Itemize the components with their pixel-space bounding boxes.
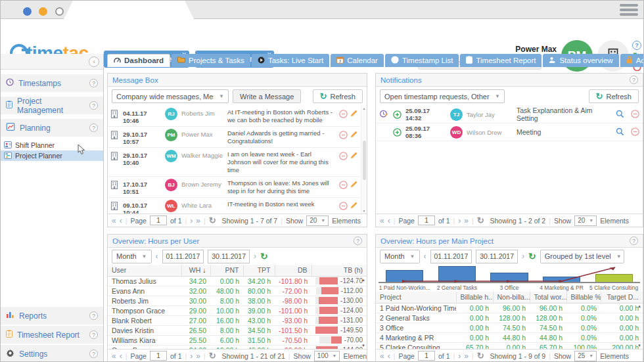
pagination-next-button[interactable]: › (458, 216, 461, 225)
help-icon[interactable]: ? (89, 350, 98, 358)
col-wh[interactable]: WH ↓ (181, 265, 210, 276)
write-message-button[interactable]: Write a Message (233, 89, 301, 103)
table-row[interactable]: Green Bruce 24.00 16.00 h 40.00 h -96.00… (108, 345, 367, 349)
pagination-prev-button[interactable]: ‹ (388, 216, 390, 225)
scroll-up-icon[interactable]: ▲ (361, 278, 365, 282)
add-icon[interactable] (392, 110, 402, 119)
col-non-billable[interactable]: Non-billa... (493, 292, 530, 303)
date-to-input[interactable]: 30.11.2017 (208, 250, 250, 263)
sidebar-item-timesheet-report[interactable]: Timesheet Report ? (1, 326, 103, 344)
page-input[interactable] (150, 215, 167, 225)
pagination-refresh-icon[interactable]: ↻ (209, 351, 216, 361)
scroll-down-icon[interactable]: ▼ (361, 344, 365, 348)
sidebar-item-reports[interactable]: Reports ? (1, 307, 103, 325)
page-size-select[interactable]: 20 ▼ (574, 215, 597, 226)
table-row[interactable]: 5 Clarke Consulting 65.70 h 0.00 h 65.70… (376, 342, 643, 349)
message-row[interactable]: 09.10.17 10:44 WL White Lara IT-meeting … (108, 198, 360, 214)
help-icon[interactable]: ? (630, 76, 638, 84)
tab-dashboard[interactable]: Dashboard (107, 54, 170, 67)
table-row[interactable]: Thompson Grace 29.00 10.00 h 39.00 h -10… (108, 305, 367, 315)
message-row[interactable]: 29.10.17 10:57 PM Power Max Daniel Adwar… (108, 127, 360, 148)
scrollbar[interactable]: ▲▼ (361, 106, 367, 214)
pagination-next-button[interactable]: › (190, 216, 193, 225)
pagination-first-button[interactable]: « (380, 351, 384, 361)
col-tpt[interactable]: TPT (243, 265, 275, 276)
window-control-dot-blue[interactable] (23, 7, 32, 16)
sidebar-collapse-button[interactable]: ‹ (89, 57, 99, 67)
table-row[interactable]: Roberts Jim 30.00 8.00 h 38.00 h -98.00 … (108, 296, 367, 305)
delete-message-icon[interactable] (339, 181, 348, 191)
help-icon[interactable]: ? (354, 237, 362, 245)
pagination-last-button[interactable]: » (196, 216, 200, 225)
hamburger-menu-icon[interactable] (620, 4, 638, 18)
delete-message-icon[interactable] (339, 131, 348, 141)
sidebar-item-shift-planner[interactable]: Shift Planner (1, 140, 103, 150)
pagination-next-button[interactable]: › (458, 351, 461, 361)
edit-message-icon[interactable] (350, 110, 357, 120)
table-row[interactable]: Thomas Julius 34.20 0.00 h 34.20 h -101.… (108, 276, 367, 286)
delete-message-icon[interactable] (339, 152, 348, 162)
notification-row[interactable]: 25.09.17 14:32 TJ Taylor Jay Task Explan… (376, 106, 643, 124)
view-icon[interactable] (616, 110, 624, 120)
pagination-prev-button[interactable]: ‹ (388, 351, 390, 361)
date-from-input[interactable]: 01.11.2017 (162, 250, 204, 263)
edit-message-icon[interactable] (350, 131, 357, 141)
sidebar-item-timestamps[interactable]: Timestamps ? (1, 74, 103, 92)
message-row[interactable]: 29.10.17 10:40 WM Walker Maggie I am on … (108, 148, 360, 177)
table-row[interactable]: Blank Robert 27.00 16.00 h 43.00 h -93.0… (108, 315, 367, 325)
help-icon[interactable]: ? (89, 311, 98, 320)
sidebar-item-settings[interactable]: Settings ? (1, 345, 103, 362)
page-size-select[interactable]: 20 ▼ (306, 215, 329, 226)
col-billable-pct[interactable]: Billable % (566, 292, 601, 303)
col-tb[interactable]: TB (h) (311, 265, 367, 276)
window-control-dot-white[interactable] (55, 7, 64, 16)
delete-message-icon[interactable] (339, 202, 348, 212)
tab-tasks-live-start[interactable]: Tasks: Live Start (252, 54, 329, 67)
refresh-button[interactable]: ↻ Refresh (589, 89, 639, 103)
table-row[interactable]: Evans Ann 32.00 48.00 h 80.00 h -72.00 h… (108, 286, 367, 296)
tab-calendar[interactable]: 3 Calendar (331, 54, 384, 67)
page-size-select[interactable]: 25 ▼ (574, 351, 597, 361)
pagination-refresh-icon[interactable]: ↻ (209, 215, 216, 225)
notification-filter-select[interactable]: Open timestamp requests, Other re ▼ (380, 89, 505, 103)
col-db[interactable]: DB (275, 265, 311, 276)
page-input[interactable] (150, 351, 167, 361)
pagination-next-button[interactable]: › (190, 351, 193, 361)
add-icon[interactable] (392, 128, 402, 137)
sidebar-item-planning[interactable]: Planning ? (1, 119, 103, 137)
pagination-refresh-icon[interactable]: ↻ (477, 215, 484, 225)
col-pnt[interactable]: PNT (210, 265, 243, 276)
window-control-dot-orange[interactable] (39, 7, 47, 16)
table-row[interactable]: Williams Kiara 25.50 6.00 h 31.50 h -70.… (108, 335, 367, 345)
sidebar-item-project-management[interactable]: Project Management ? (1, 97, 103, 114)
tab-projects-tasks[interactable]: Projects & Tasks (172, 54, 250, 67)
notification-row[interactable]: 25.09.17 08:36 WD Wilson Drew Meeting (376, 124, 643, 141)
message-filter-select[interactable]: Company wide messages, Message ▼ (112, 89, 229, 103)
view-icon[interactable] (616, 127, 624, 137)
prev-period-icon[interactable]: ‹ (424, 252, 426, 261)
date-from-input[interactable]: 01.11.2017 (430, 250, 472, 263)
period-select[interactable]: Month▼ (380, 250, 420, 263)
pagination-prev-button[interactable]: ‹ (120, 216, 122, 225)
col-billable[interactable]: Billable h... (456, 292, 493, 303)
scroll-up-icon[interactable]: ▲ (637, 304, 641, 308)
tab-timesheet-report[interactable]: Timesheet Report (460, 54, 541, 67)
tab-status-overview[interactable]: Status overview (543, 54, 618, 67)
period-select[interactable]: Month▼ (112, 250, 152, 263)
scroll-down-icon[interactable]: ▼ (637, 344, 641, 348)
edit-message-icon[interactable] (350, 202, 357, 212)
help-icon[interactable]: ? (89, 330, 98, 339)
date-to-input[interactable]: 30.11.2017 (476, 250, 518, 263)
delete-message-icon[interactable] (339, 110, 348, 120)
table-row[interactable]: 3 Office 0.00 h 74.50 h 74.50 h 0.0% 0.0… (376, 323, 643, 332)
dismiss-icon[interactable] (631, 110, 639, 120)
refresh-icon[interactable]: ↻ (260, 251, 268, 261)
next-period-icon[interactable]: › (522, 252, 524, 261)
page-input[interactable] (418, 215, 435, 225)
edit-message-icon[interactable] (350, 181, 357, 191)
help-icon[interactable]: ? (630, 237, 638, 245)
help-icon[interactable]: ? (89, 101, 98, 110)
table-row[interactable]: 1 Paid Non-Working Time 0.00 h 96.00 h 9… (376, 303, 643, 313)
sidebar-item-project-planner[interactable]: Project Planner (1, 150, 103, 161)
dismiss-icon[interactable] (631, 127, 639, 137)
